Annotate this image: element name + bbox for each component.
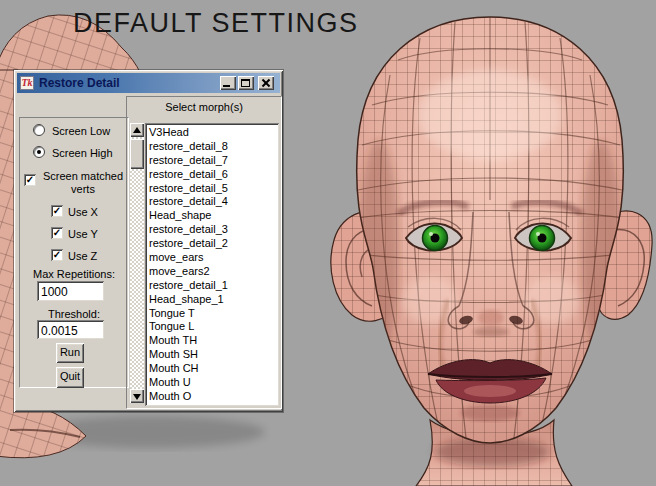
radio-screen-low-label: Screen Low — [52, 125, 110, 137]
tk-icon[interactable]: Tk — [20, 76, 34, 90]
maximize-button[interactable] — [238, 76, 254, 90]
quit-button[interactable]: Quit — [56, 367, 84, 388]
checkbox-use-x-label: Use X — [68, 206, 98, 218]
right-eye — [515, 218, 571, 250]
morphs-header: Select morph(s) — [126, 101, 282, 113]
scroll-down-button[interactable] — [130, 389, 144, 403]
checkbox-use-z[interactable]: ✓ — [51, 249, 63, 261]
morph-option[interactable]: move_ears — [149, 251, 279, 265]
minimize-button[interactable] — [220, 76, 236, 90]
morph-option[interactable]: Mouth U — [149, 376, 279, 390]
restore-detail-window: Tk Restore Detail Screen Low Screen High… — [14, 70, 283, 412]
morph-option[interactable]: restore_detail_3 — [149, 223, 279, 237]
checkbox-use-z-label: Use Z — [68, 250, 97, 262]
morph-option[interactable]: restore_detail_7 — [149, 154, 279, 168]
radio-screen-low[interactable] — [33, 124, 45, 136]
main-head-wireframe — [331, 0, 656, 486]
morph-option[interactable]: Mouth O — [149, 390, 279, 404]
morph-option[interactable]: Mouth SH — [149, 348, 279, 362]
title-bar[interactable]: Tk Restore Detail — [17, 73, 280, 93]
morph-option[interactable]: Head_shape — [149, 209, 279, 223]
checkbox-screen-matched[interactable]: ✓ — [24, 174, 36, 186]
radio-screen-high-label: Screen High — [52, 147, 113, 159]
scroll-up-button[interactable] — [130, 123, 144, 137]
max-repetitions-input[interactable] — [37, 281, 104, 301]
threshold-input[interactable] — [37, 320, 104, 339]
morph-option[interactable]: V3Head — [149, 126, 279, 140]
morph-option[interactable]: restore_detail_5 — [149, 182, 279, 196]
left-eye — [406, 218, 462, 250]
morph-option[interactable]: restore_detail_8 — [149, 140, 279, 154]
maximize-icon — [241, 79, 250, 87]
morph-listbox[interactable]: V3Headrestore_detail_8restore_detail_7re… — [145, 123, 279, 406]
radio-screen-high[interactable] — [33, 146, 45, 158]
minimize-icon — [223, 85, 230, 87]
morph-option[interactable]: Tongue T — [149, 307, 279, 321]
page-title: DEFAULT SETTINGS — [73, 8, 359, 39]
morph-option[interactable]: move_ears2 — [149, 265, 279, 279]
max-repetitions-label: Max Repetitions: — [19, 268, 129, 280]
up-arrow-icon — [133, 127, 141, 133]
morph-option[interactable]: restore_detail_6 — [149, 168, 279, 182]
morph-option[interactable]: restore_detail_2 — [149, 237, 279, 251]
morph-option[interactable]: restore_detail_1 — [149, 279, 279, 293]
morph-option[interactable]: Mouth CH — [149, 362, 279, 376]
scroll-thumb[interactable] — [130, 139, 144, 169]
threshold-label: Threshold: — [19, 308, 129, 320]
checkbox-use-y-label: Use Y — [68, 228, 98, 240]
run-button[interactable]: Run — [56, 343, 84, 363]
checkbox-use-y[interactable]: ✓ — [51, 227, 63, 239]
morph-option[interactable]: Tongue L — [149, 320, 279, 334]
morph-list-scrollbar[interactable] — [130, 123, 144, 403]
checkbox-screen-matched-label: Screen matched verts — [40, 170, 126, 196]
morph-option[interactable]: Head_shape_1 — [149, 293, 279, 307]
down-arrow-icon — [133, 394, 141, 400]
close-button[interactable] — [258, 76, 274, 90]
window-title: Restore Detail — [39, 76, 120, 90]
morph-option[interactable]: Mouth TH — [149, 334, 279, 348]
screenshot-root: DEFAULT SETTINGS Tk Restore Detail Scree… — [0, 0, 656, 486]
checkbox-use-x[interactable]: ✓ — [51, 205, 63, 217]
morph-option[interactable]: restore_detail_4 — [149, 195, 279, 209]
